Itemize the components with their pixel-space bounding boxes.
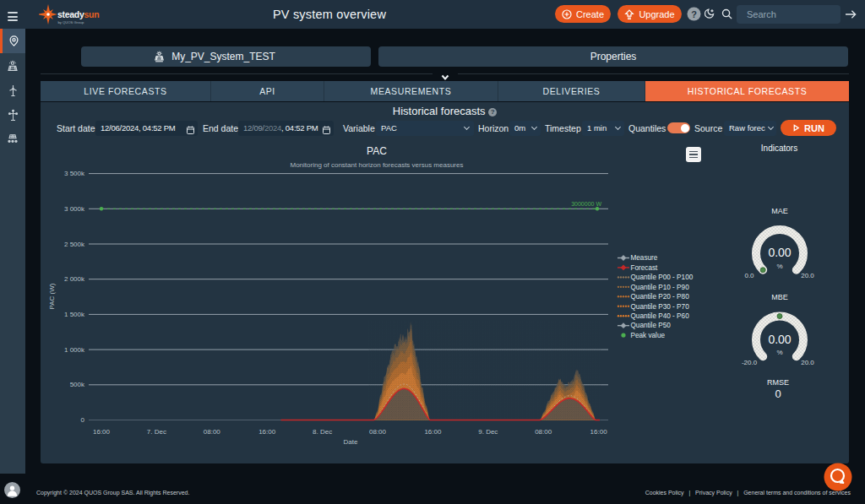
- svg-text:16:00: 16:00: [590, 428, 608, 436]
- svg-text:08:00: 08:00: [204, 428, 221, 436]
- svg-text:20.0: 20.0: [801, 359, 814, 366]
- svg-text:Quantile P50: Quantile P50: [631, 322, 672, 329]
- svg-text:3 500k: 3 500k: [64, 170, 85, 177]
- svg-text:Quantile P30 - P70: Quantile P30 - P70: [631, 303, 690, 311]
- svg-text:Forecast: Forecast: [631, 264, 659, 272]
- svg-text:2 500k: 2 500k: [64, 241, 85, 248]
- svg-text:PAC: PAC: [367, 145, 387, 157]
- svg-text:20.0: 20.0: [801, 272, 814, 279]
- svg-text:0.00: 0.00: [768, 246, 791, 259]
- svg-text:16:00: 16:00: [258, 428, 276, 436]
- svg-text:0.0: 0.0: [744, 272, 754, 279]
- svg-text:-20.0: -20.0: [742, 359, 758, 366]
- svg-text:3000000 W: 3000000 W: [571, 201, 601, 207]
- svg-text:08:00: 08:00: [535, 428, 552, 436]
- svg-text:16:00: 16:00: [424, 428, 442, 436]
- svg-text:MBE: MBE: [771, 293, 788, 301]
- svg-text:08:00: 08:00: [369, 428, 387, 436]
- svg-text:500k: 500k: [70, 381, 85, 388]
- svg-text:Quantile P20 - P80: Quantile P20 - P80: [631, 293, 690, 301]
- svg-text:0: 0: [775, 387, 781, 400]
- svg-text:2 000k: 2 000k: [64, 275, 85, 283]
- svg-text:Quantile P00 - P100: Quantile P00 - P100: [631, 274, 694, 281]
- svg-text:Measure: Measure: [631, 254, 658, 262]
- svg-text:0.00: 0.00: [768, 333, 791, 346]
- svg-text:%: %: [776, 349, 782, 356]
- svg-text:9. Dec: 9. Dec: [478, 428, 498, 436]
- svg-text:7. Dec: 7. Dec: [147, 428, 166, 436]
- svg-text:8. Dec: 8. Dec: [313, 428, 332, 436]
- svg-text:Date: Date: [344, 438, 358, 446]
- svg-text:Quantile P40 - P60: Quantile P40 - P60: [631, 312, 690, 320]
- svg-text:3 000k: 3 000k: [64, 205, 85, 213]
- svg-text:1 000k: 1 000k: [64, 346, 85, 354]
- svg-text:PAC (W): PAC (W): [48, 283, 56, 309]
- svg-text:16:00: 16:00: [93, 428, 111, 436]
- svg-text:RMSE: RMSE: [767, 378, 789, 387]
- svg-text:?: ?: [691, 9, 697, 19]
- svg-text:MAE: MAE: [771, 207, 788, 215]
- svg-text:%: %: [776, 263, 782, 270]
- svg-text:Peak value: Peak value: [631, 332, 666, 339]
- svg-text:0: 0: [81, 416, 85, 424]
- svg-text:1 500k: 1 500k: [64, 311, 85, 318]
- svg-text:Monitoring of constant horizon: Monitoring of constant horizon forecasts…: [291, 161, 464, 169]
- svg-text:Quantile P10 - P90: Quantile P10 - P90: [631, 284, 690, 291]
